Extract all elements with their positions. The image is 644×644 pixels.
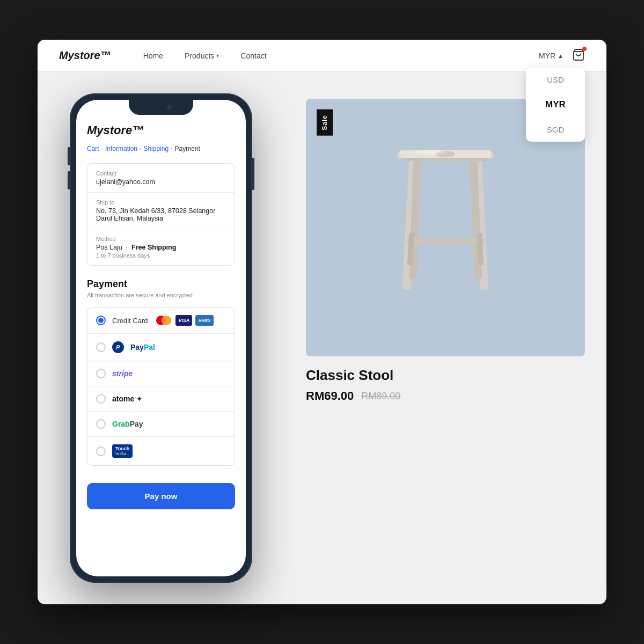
phone-logo: Mystore™ [87,123,235,137]
bc-sep-3: › [171,146,172,152]
payment-option-atome[interactable]: atome ✦ [87,386,235,412]
paypal-logo: PayPal [130,343,155,352]
phone-container: Mystore™ Cart › Information › Shipping ›… [70,93,274,583]
product-price-original: RM89.00 [361,391,400,402]
nav-contact[interactable]: Contact [240,52,266,60]
nav-logo[interactable]: Mystore™ [59,49,111,62]
radio-stripe[interactable] [96,369,106,378]
svg-point-12 [413,150,445,155]
contact-label: Contact [96,170,226,177]
breadcrumb-information[interactable]: Information [105,145,137,152]
bc-sep-2: › [140,146,141,152]
browser-window: Mystore™ Home Products ▾ Contact MYR ▲ [38,40,606,604]
stripe-logo: stripe [112,369,133,378]
breadcrumb-payment: Payment [174,145,200,152]
stool-illustration [376,120,515,335]
currency-selector[interactable]: MYR ▲ [539,52,564,60]
pay-now-button[interactable]: Pay now [87,483,235,509]
breadcrumb-shipping[interactable]: Shipping [143,145,169,152]
sale-badge: Sale [317,109,333,136]
radio-atome[interactable] [96,394,106,404]
free-shipping-label: Free Shipping [131,244,176,251]
currency-option-sgd[interactable]: SGD [526,118,585,142]
radio-paypal[interactable] [96,342,106,352]
main-content: Mystore™ Cart › Information › Shipping ›… [38,72,606,604]
ship-to-row: Ship to No. 73, Jln Kedah 6/33, 87028 Se… [87,193,235,229]
nav-home[interactable]: Home [143,52,163,60]
payment-options-list: Credit Card VISA AMEX [87,307,235,466]
phone-screen-outer: Mystore™ Cart › Information › Shipping ›… [76,100,246,576]
payment-option-credit-card[interactable]: Credit Card VISA AMEX [87,308,235,334]
breadcrumb-cart[interactable]: Cart [87,145,99,152]
radio-tng[interactable] [96,447,106,456]
currency-option-usd[interactable]: USD [526,68,585,92]
navbar-right: MYR ▲ [539,48,585,63]
nav-products[interactable]: Products ▾ [185,52,219,60]
paypal-icon: P [112,341,124,353]
svg-rect-3 [402,158,488,161]
phone-power-btn [252,158,254,190]
contact-value: ujelani@yahoo.com [96,178,226,186]
method-row: Method Pos Laju · Free Shipping 1 to 7 b… [87,229,235,265]
phone-volume-down-btn [68,171,70,189]
order-info-card: Contact ujelani@yahoo.com Ship to No. 73… [87,163,235,266]
payment-option-grabpay[interactable]: GrabPay [87,412,235,437]
payment-option-paypal[interactable]: P PayPal [87,334,235,361]
nav-links: Home Products ▾ Contact [143,52,539,60]
phone-notch [129,100,193,115]
payment-subtitle: All transaction are secure and encrypted [87,292,235,298]
radio-credit-card[interactable] [96,316,106,325]
grabpay-logo: GrabPay [112,420,143,428]
method-value: Pos Laju · Free Shipping [96,244,226,251]
bc-sep-1: › [101,146,103,152]
visa-icon: VISA [175,315,192,326]
product-name: Classic Stool [306,367,585,384]
currency-chevron-icon: ▲ [558,53,564,59]
contact-row: Contact ujelani@yahoo.com [87,164,235,193]
product-card: Sale [306,99,585,403]
currency-dropdown: USD MYR SGD [526,68,585,142]
currency-option-myr[interactable]: MYR [526,92,585,118]
phone-screen: Mystore™ Cart › Information › Shipping ›… [76,115,246,576]
cart-button[interactable] [572,48,585,63]
ship-to-label: Ship to [96,199,226,206]
product-price-current: RM69.00 [306,389,354,403]
cart-badge [582,47,587,51]
atome-logo: atome ✦ [112,394,142,403]
svg-rect-8 [407,238,484,244]
phone-volume-up-btn [68,147,70,165]
navbar: Mystore™ Home Products ▾ Contact MYR ▲ [38,40,606,72]
card-icons: VISA AMEX [156,315,213,326]
tng-logo: Touch'n Go [112,444,133,458]
payment-option-tng[interactable]: Touch'n Go [87,437,235,465]
payment-title: Payment [87,279,235,290]
shipping-days: 1 to 7 business days [96,252,226,259]
method-label: Method [96,236,226,242]
ship-to-value: No. 73, Jln Kedah 6/33, 87028 Selangor D… [96,207,226,222]
radio-grabpay[interactable] [96,419,106,429]
breadcrumb: Cart › Information › Shipping › Payment [87,145,235,152]
credit-card-label: Credit Card [112,317,148,325]
amex-icon: AMEX [195,315,213,326]
products-chevron-icon: ▾ [216,53,219,58]
phone-mockup: Mystore™ Cart › Information › Shipping ›… [70,93,252,583]
mastercard-icon [156,315,172,326]
payment-option-stripe[interactable]: stripe [87,361,235,386]
product-pricing: RM69.00 RM89.00 [306,389,585,403]
